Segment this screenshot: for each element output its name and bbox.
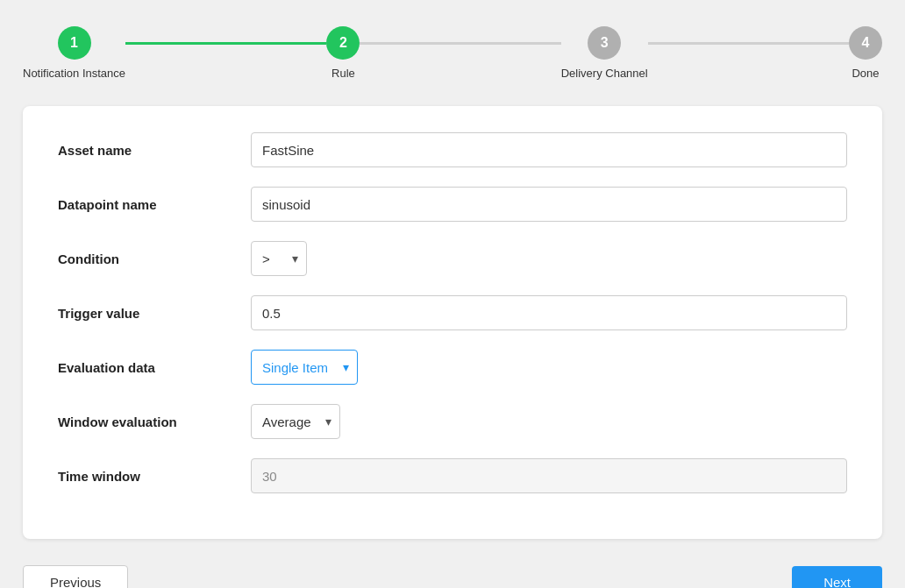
trigger-value-label: Trigger value [58,306,251,321]
footer: Previous Next [23,565,882,588]
condition-select[interactable]: > < = >= <= [251,241,307,276]
datapoint-name-row: Datapoint name [58,187,847,222]
step-2-label: Rule [331,67,355,80]
step-line-3 [648,42,849,45]
condition-row: Condition > < = >= <= [58,241,847,276]
step-3-number: 3 [601,35,609,51]
step-line-2 [360,42,560,45]
window-evaluation-select[interactable]: Average Max Min [251,404,340,439]
step-2-number: 2 [339,35,347,51]
step-1-number: 1 [70,35,78,51]
time-window-row: Time window [58,458,847,493]
datapoint-name-input[interactable] [251,187,847,222]
asset-name-input[interactable] [251,132,847,167]
step-4-label: Done [852,67,879,80]
step-3: 3 Delivery Channel [561,26,648,80]
step-4-circle: 4 [849,26,882,60]
form-card: Asset name Datapoint name Condition > < … [23,106,882,539]
stepper: 1 Notification Instance 2 Rule 3 Deliver… [23,26,882,80]
next-button[interactable]: Next [792,566,882,588]
step-2: 2 Rule [326,26,360,80]
datapoint-name-label: Datapoint name [58,197,251,212]
step-3-circle: 3 [588,26,621,60]
asset-name-label: Asset name [58,143,251,158]
step-2-circle: 2 [326,26,360,60]
time-window-input[interactable] [251,458,847,493]
trigger-value-input[interactable] [251,295,847,330]
time-window-label: Time window [58,469,251,484]
window-evaluation-select-wrapper: Average Max Min [251,404,340,439]
evaluation-data-label: Evaluation data [58,360,251,375]
evaluation-data-row: Evaluation data Single Item Window [58,350,847,385]
previous-button[interactable]: Previous [23,565,128,588]
evaluation-data-select-wrapper: Single Item Window [251,350,358,385]
asset-name-row: Asset name [58,132,847,167]
evaluation-data-select[interactable]: Single Item Window [251,350,358,385]
condition-label: Condition [58,251,251,266]
condition-select-wrapper: > < = >= <= [251,241,307,276]
window-evaluation-label: Window evaluation [58,414,251,429]
window-evaluation-row: Window evaluation Average Max Min [58,404,847,439]
trigger-value-row: Trigger value [58,295,847,330]
step-3-label: Delivery Channel [561,67,648,80]
step-1: 1 Notification Instance [23,26,125,80]
step-line-1 [125,42,326,45]
step-1-label: Notification Instance [23,67,125,80]
step-1-circle: 1 [58,26,91,60]
step-4-number: 4 [862,35,870,51]
step-4: 4 Done [849,26,882,80]
